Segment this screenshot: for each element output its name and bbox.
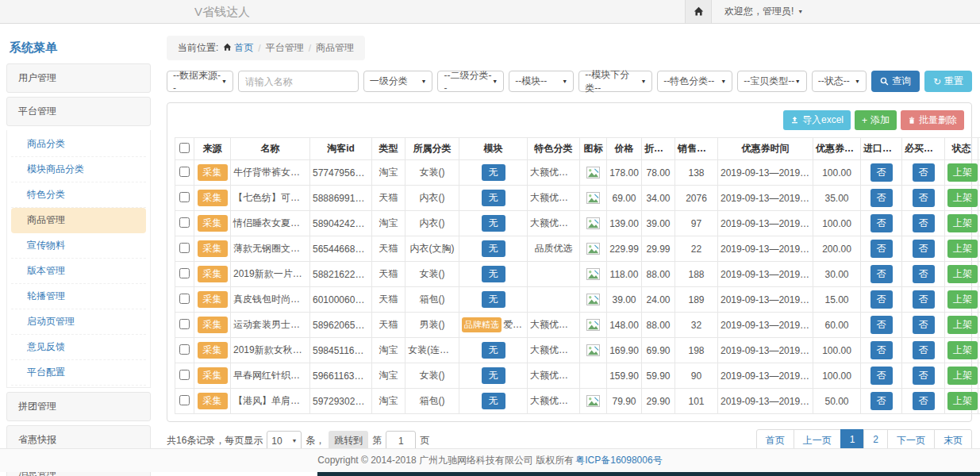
must-buy-toggle[interactable]: 否 bbox=[913, 316, 935, 334]
filter-select[interactable]: 一级分类▼ bbox=[363, 71, 433, 92]
footer: Copyright © 2014-2018 广州九驰网络科技有限公司 版权所有 … bbox=[0, 448, 980, 472]
status-badge[interactable]: 上架 bbox=[947, 367, 978, 385]
sidebar-subitem[interactable]: 模块商品分类 bbox=[11, 157, 146, 182]
sidebar-subitem[interactable]: 平台配置 bbox=[11, 360, 146, 386]
source-badge: 采集 bbox=[198, 215, 228, 232]
sidebar-subitem[interactable]: 轮播管理 bbox=[11, 284, 146, 309]
user-menu[interactable]: 欢迎您，管理员! ▼ bbox=[712, 0, 816, 23]
row-checkbox[interactable] bbox=[179, 319, 190, 329]
search-button[interactable]: 查询 bbox=[871, 71, 920, 92]
name-search-input[interactable] bbox=[238, 71, 359, 92]
module-badge[interactable]: 无 bbox=[482, 342, 505, 359]
sidebar-item-group[interactable]: 用户管理 bbox=[6, 63, 151, 93]
module-badge[interactable]: 无 bbox=[482, 215, 505, 232]
status-badge[interactable]: 上架 bbox=[947, 290, 978, 309]
row-checkbox[interactable] bbox=[179, 192, 190, 202]
product-name: 真皮钱包时尚优雅女士... bbox=[233, 294, 310, 305]
module-badge[interactable]: 无 bbox=[482, 291, 505, 308]
sidebar-subitem[interactable]: 商品管理 bbox=[11, 208, 146, 233]
status-badge[interactable]: 上架 bbox=[947, 240, 978, 258]
import-select-toggle[interactable]: 否 bbox=[870, 341, 893, 359]
table-row: 采集情侣睡衣女夏丝绸男士...589042420344淘宝内衣()无大额优惠券1… bbox=[175, 211, 980, 236]
row-checkbox[interactable] bbox=[179, 268, 190, 278]
add-button[interactable]: + 添加 bbox=[855, 110, 897, 130]
sidebar-subitem[interactable]: 宣传物料 bbox=[11, 233, 146, 259]
row-checkbox[interactable] bbox=[179, 370, 190, 380]
must-buy-toggle[interactable]: 否 bbox=[913, 214, 935, 232]
icp-link[interactable]: 粤ICP备16098006号 bbox=[575, 454, 662, 467]
product-image-icon bbox=[586, 217, 600, 229]
must-buy-toggle[interactable]: 否 bbox=[913, 392, 935, 410]
must-buy-toggle[interactable]: 否 bbox=[913, 290, 935, 309]
discount-price: 59.90 bbox=[646, 370, 670, 382]
import-select-toggle[interactable]: 否 bbox=[870, 265, 893, 283]
must-buy-toggle[interactable]: 否 bbox=[913, 189, 935, 207]
sidebar-subitem[interactable]: 商品分类 bbox=[11, 132, 146, 157]
sidebar-subitem[interactable]: 启动页管理 bbox=[11, 309, 146, 335]
status-badge[interactable]: 上架 bbox=[947, 341, 978, 359]
filter-select[interactable]: --状态--▼ bbox=[812, 71, 867, 92]
module-badge[interactable]: 无 bbox=[482, 190, 505, 206]
must-buy-toggle[interactable]: 否 bbox=[913, 341, 935, 359]
import-select-toggle[interactable]: 否 bbox=[870, 392, 893, 410]
import-select-toggle[interactable]: 否 bbox=[870, 189, 893, 207]
module-badge[interactable]: 无 bbox=[482, 164, 505, 181]
reset-button[interactable]: ↻ 重置 bbox=[924, 71, 972, 92]
sales-count: 90 bbox=[691, 370, 701, 382]
home-icon[interactable] bbox=[685, 0, 712, 23]
product-category: 内衣() bbox=[420, 192, 445, 203]
row-checkbox[interactable] bbox=[179, 243, 190, 253]
import-select-toggle[interactable]: 否 bbox=[870, 367, 893, 385]
row-checkbox[interactable] bbox=[179, 217, 190, 228]
filter-select-value: --模块-- bbox=[515, 75, 547, 88]
import-excel-button[interactable]: 导入excel bbox=[783, 110, 851, 130]
row-checkbox[interactable] bbox=[179, 167, 190, 177]
import-select-toggle[interactable]: 否 bbox=[870, 240, 893, 258]
sales-count: 188 bbox=[688, 269, 704, 280]
import-select-toggle[interactable]: 否 bbox=[870, 316, 893, 334]
column-header: 来源 bbox=[194, 138, 231, 160]
product-image-icon bbox=[586, 344, 600, 356]
taoke-id: 577479560965 bbox=[313, 167, 372, 178]
module-badge[interactable]: 无 bbox=[482, 240, 505, 257]
row-checkbox[interactable] bbox=[179, 294, 190, 304]
status-badge[interactable]: 上架 bbox=[947, 163, 978, 182]
row-checkbox[interactable] bbox=[179, 395, 190, 405]
must-buy-toggle[interactable]: 否 bbox=[913, 163, 935, 182]
sidebar-item-group[interactable]: 平台管理 bbox=[6, 97, 151, 126]
filter-select[interactable]: --特色分类--▼ bbox=[657, 71, 732, 92]
must-buy-toggle[interactable]: 否 bbox=[913, 240, 935, 258]
sidebar-subitem[interactable]: 意见反馈 bbox=[11, 335, 146, 360]
module-badge[interactable]: 无 bbox=[482, 367, 505, 384]
sidebar-subitem[interactable]: 版本管理 bbox=[11, 259, 146, 284]
select-all-checkbox[interactable] bbox=[179, 143, 190, 153]
filter-select[interactable]: --模块--▼ bbox=[509, 71, 574, 92]
module-badge[interactable]: 无 bbox=[482, 266, 505, 282]
status-badge[interactable]: 上架 bbox=[947, 214, 978, 232]
import-select-toggle[interactable]: 否 bbox=[870, 290, 893, 309]
sidebar-subitem[interactable]: 特色分类 bbox=[11, 182, 146, 208]
status-badge[interactable]: 上架 bbox=[947, 392, 978, 410]
feature-category: 大额优惠券 bbox=[530, 344, 578, 355]
status-badge[interactable]: 上架 bbox=[947, 189, 978, 207]
status-badge[interactable]: 上架 bbox=[947, 265, 978, 283]
breadcrumb-home-link[interactable]: 首页 bbox=[223, 41, 253, 55]
filter-select[interactable]: --宝贝类型--▼ bbox=[737, 71, 807, 92]
filter-select[interactable]: --二级分类--▼ bbox=[437, 71, 504, 92]
batch-delete-button[interactable]: 批量删除 bbox=[901, 110, 964, 130]
must-buy-toggle[interactable]: 否 bbox=[913, 265, 935, 283]
row-checkbox[interactable] bbox=[179, 344, 190, 355]
discount-price: 88.00 bbox=[646, 269, 670, 280]
filter-select[interactable]: --模块下分类--▼ bbox=[578, 71, 652, 92]
import-select-toggle[interactable]: 否 bbox=[870, 163, 893, 182]
must-buy-toggle[interactable]: 否 bbox=[913, 367, 935, 385]
status-badge[interactable]: 上架 bbox=[947, 316, 978, 334]
import-select-toggle[interactable]: 否 bbox=[870, 214, 893, 232]
filter-select[interactable]: --数据来源--▼ bbox=[167, 71, 233, 92]
module-badge[interactable]: 无 bbox=[482, 393, 505, 409]
discount-price: 29.99 bbox=[646, 244, 670, 255]
filter-select-value: --数据来源-- bbox=[173, 69, 221, 94]
product-category: 女装() bbox=[420, 268, 445, 279]
search-icon bbox=[880, 77, 889, 86]
sidebar-item-group[interactable]: 拼团管理 bbox=[6, 392, 151, 421]
